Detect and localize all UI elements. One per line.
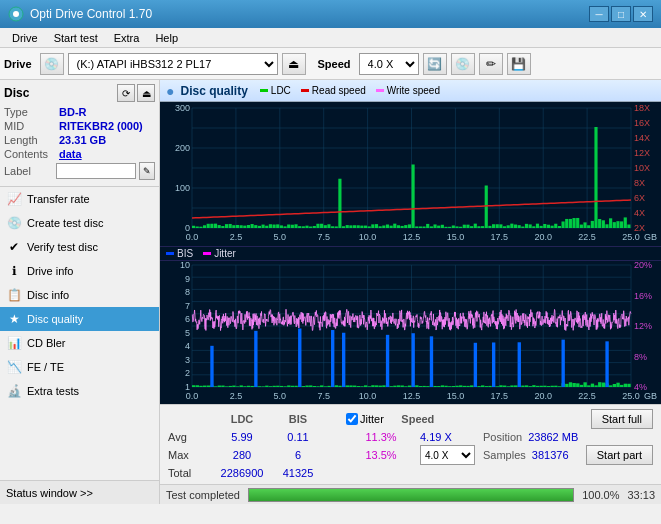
legend-bis: BIS [166,248,193,259]
ldc-chart [160,102,661,246]
refresh-button[interactable]: 🔄 [423,53,447,75]
charts-area: BIS Jitter [160,102,661,404]
length-label: Length [4,134,59,146]
nav-transfer-rate[interactable]: 📈 Transfer rate [0,187,159,211]
total-bis: 41325 [272,467,324,479]
jitter-label: Jitter [214,248,236,259]
menu-drive[interactable]: Drive [4,31,46,45]
content-area: ● Disc quality LDC Read speed Write spee… [160,80,661,504]
progress-fill [249,489,573,501]
nav-verify-test-disc[interactable]: ✔ Verify test disc [0,235,159,259]
legend-jitter: Jitter [203,248,236,259]
close-button[interactable]: ✕ [633,6,653,22]
status-window-button[interactable]: Status window >> [0,480,159,504]
jitter-checkbox-label[interactable]: Jitter [346,413,384,425]
ldc-label: LDC [271,85,291,96]
progress-time: 33:13 [627,489,655,501]
drive-toolbar: Drive 💿 (K:) ATAPI iHBS312 2 PL17 ⏏ Spee… [0,48,661,80]
speed-select-stats[interactable]: 4.0 X [420,445,475,465]
disc-contents-row: Contents data [4,148,155,160]
stats-bis-header: BIS [272,413,324,425]
maximize-button[interactable]: □ [611,6,631,22]
cd-bler-icon: 📊 [6,335,22,351]
bis-jitter-chart [160,261,661,404]
drive-select[interactable]: (K:) ATAPI iHBS312 2 PL17 [68,53,278,75]
nav-cd-bler-label: CD Bler [27,337,66,349]
nav-extra-tests-label: Extra tests [27,385,79,397]
disc-quality-icon: ★ [6,311,22,327]
nav-disc-info[interactable]: 📋 Disc info [0,283,159,307]
progress-percent: 100.0% [582,489,619,501]
stats-speed-header: Speed [388,413,448,425]
type-value: BD-R [59,106,87,118]
drive-info-icon: ℹ [6,263,22,279]
legend: LDC Read speed Write speed [260,85,440,96]
max-bis: 6 [272,449,324,461]
jitter-checkbox-text: Jitter [360,413,384,425]
label-key: Label [4,165,53,177]
nav-cd-bler[interactable]: 📊 CD Bler [0,331,159,355]
avg-ldc: 5.99 [216,431,268,443]
fe-te-icon: 📉 [6,359,22,375]
disc-info-icon: 📋 [6,287,22,303]
max-ldc: 280 [216,449,268,461]
title-bar: Opti Drive Control 1.70 ─ □ ✕ [0,0,661,28]
write-button[interactable]: ✏ [479,53,503,75]
progress-bar-area: Test completed 100.0% 33:13 [160,484,661,504]
type-label: Type [4,106,59,118]
menu-help[interactable]: Help [147,31,186,45]
save-button[interactable]: 💾 [507,53,531,75]
stats-bar: LDC BIS Jitter Speed Start full Avg 5.99… [160,404,661,484]
contents-label: Contents [4,148,59,160]
total-ldc: 2286900 [216,467,268,479]
drive-label: Drive [4,58,32,70]
window-controls: ─ □ ✕ [589,6,653,22]
start-full-button[interactable]: Start full [591,409,653,429]
menu-start-test[interactable]: Start test [46,31,106,45]
minimize-button[interactable]: ─ [589,6,609,22]
nav-create-test-disc[interactable]: 💿 Create test disc [0,211,159,235]
mid-value: RITEKBR2 (000) [59,120,143,132]
status-window-label: Status window >> [6,487,93,499]
nav-section: 📈 Transfer rate 💿 Create test disc ✔ Ver… [0,187,159,480]
contents-value[interactable]: data [59,148,82,160]
disc-button[interactable]: 💿 [451,53,475,75]
speed-select-toolbar[interactable]: 4.0 X [359,53,419,75]
jitter-dot [203,252,211,255]
menu-bar: Drive Start test Extra Help [0,28,661,48]
sidebar: Disc ⟳ ⏏ Type BD-R MID RITEKBR2 (000) Le… [0,80,160,504]
quality-header: ● Disc quality LDC Read speed Write spee… [160,80,661,102]
start-part-button[interactable]: Start part [586,445,653,465]
samples-value: 381376 [532,449,569,461]
bis-dot [166,252,174,255]
title-text: Opti Drive Control 1.70 [30,7,589,21]
legend-write-speed: Write speed [376,85,440,96]
position-label: Position [483,431,522,443]
nav-fe-te-label: FE / TE [27,361,64,373]
disc-mid-row: MID RITEKBR2 (000) [4,120,155,132]
legend-ldc: LDC [260,85,291,96]
write-speed-label: Write speed [387,85,440,96]
nav-fe-te[interactable]: 📉 FE / TE [0,355,159,379]
samples-label: Samples [483,449,526,461]
eject-button[interactable]: ⏏ [282,53,306,75]
read-speed-dot [301,89,309,92]
disc-eject-button[interactable]: ⏏ [137,84,155,102]
disc-refresh-button[interactable]: ⟳ [117,84,135,102]
drive-icon-button[interactable]: 💿 [40,53,64,75]
progress-track [248,488,574,502]
nav-disc-info-label: Disc info [27,289,69,301]
nav-drive-info[interactable]: ℹ Drive info [0,259,159,283]
nav-disc-quality[interactable]: ★ Disc quality [0,307,159,331]
nav-create-test-disc-label: Create test disc [27,217,103,229]
quality-icon: ● [166,83,174,99]
disc-type-row: Type BD-R [4,106,155,118]
nav-extra-tests[interactable]: 🔬 Extra tests [0,379,159,403]
label-edit-button[interactable]: ✎ [139,162,155,180]
label-input[interactable] [56,163,136,179]
jitter-checkbox[interactable] [346,413,358,425]
menu-extra[interactable]: Extra [106,31,148,45]
extra-tests-icon: 🔬 [6,383,22,399]
speed-avg: 4.19 X [420,431,475,443]
mid-label: MID [4,120,59,132]
